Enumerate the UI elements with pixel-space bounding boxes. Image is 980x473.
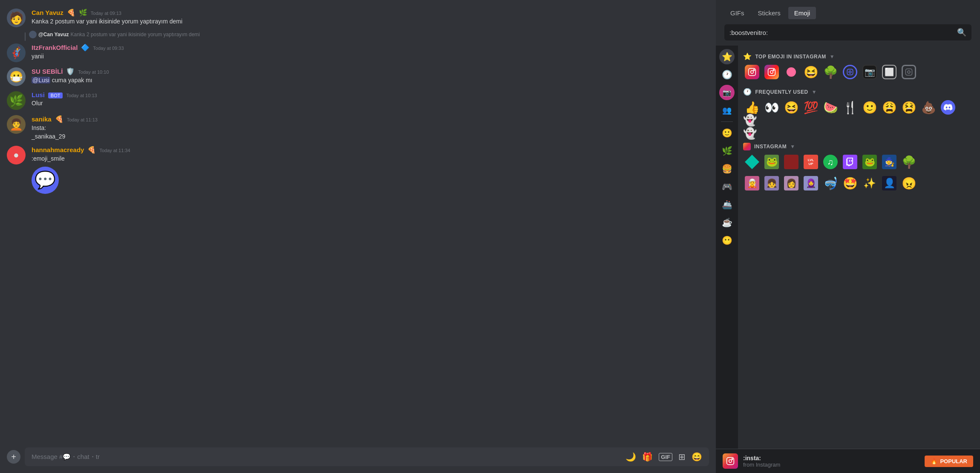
emoji-button[interactable]: 😄 bbox=[692, 452, 702, 462]
discord-emoji-image: 💬 bbox=[32, 167, 59, 194]
emoji-watermelon[interactable]: 🍉 bbox=[821, 98, 839, 116]
gift-icon[interactable]: 🎁 bbox=[642, 452, 653, 462]
emoji-smile[interactable]: 🙂 bbox=[861, 98, 879, 116]
emoji-pepe-frog[interactable]: 🐸 bbox=[861, 153, 879, 171]
emoji-laughing[interactable]: 😆 bbox=[802, 63, 820, 81]
apps-icon[interactable]: ⊞ bbox=[678, 452, 686, 462]
avatar: 🧑 bbox=[7, 9, 26, 27]
emoji-fork[interactable]: 🍴 bbox=[841, 98, 859, 116]
emoji-insta-gradient[interactable] bbox=[743, 63, 761, 81]
sidebar-icon-objects[interactable]: ☕ bbox=[719, 215, 735, 230]
emoji-surprised[interactable]: 🤩 bbox=[841, 174, 859, 192]
sidebar-icon-starred[interactable]: ⭐ bbox=[719, 49, 735, 64]
instagram-blue-ring-icon bbox=[843, 65, 857, 79]
svg-point-9 bbox=[908, 71, 910, 73]
emoji-spotify[interactable]: ♫ bbox=[821, 153, 839, 171]
avatar: 🌿 bbox=[7, 91, 26, 110]
emoji-levelup[interactable]: LVLUP bbox=[802, 153, 820, 171]
anime-girl3-icon: 👩 bbox=[784, 176, 798, 190]
emoji-info-source: from Instagram bbox=[743, 461, 919, 468]
levelup-icon: LVLUP bbox=[804, 155, 818, 169]
sidebar-divider bbox=[721, 121, 733, 122]
tab-gifs[interactable]: GIFs bbox=[724, 7, 750, 19]
emoji-anime1[interactable]: 🧝 bbox=[743, 174, 761, 192]
add-attachment-button[interactable]: + bbox=[7, 450, 20, 464]
avatar: 🧑‍🦱 bbox=[7, 115, 26, 134]
emoji-ghost-custom[interactable]: 👻👻 bbox=[743, 118, 761, 136]
sidebar-icon-food[interactable]: 🍔 bbox=[719, 161, 735, 176]
emoji-ball-eyes[interactable]: 🤿 bbox=[821, 174, 839, 192]
emoji-insta-blue[interactable] bbox=[841, 63, 859, 81]
emoji-anime2[interactable]: 👧 bbox=[763, 174, 781, 192]
chevron-down-icon3: ▼ bbox=[790, 144, 795, 150]
table-row: 😷 SU SEBİLİ 🛡️ Today at 10:10 @Lusi cuma… bbox=[0, 66, 716, 88]
emoji-sparkle[interactable]: ✨ bbox=[861, 174, 879, 192]
anime-girl1-icon: 🧝 bbox=[745, 176, 759, 190]
star-icon: ⭐ bbox=[743, 52, 752, 61]
emoji-insta-pink[interactable] bbox=[763, 63, 781, 81]
svg-point-1 bbox=[751, 71, 754, 74]
section-header-frequently-used[interactable]: 🕐 FREQUENTLY USED ▼ bbox=[743, 84, 975, 98]
sidebar-icon-people[interactable]: 👥 bbox=[719, 103, 735, 118]
tab-emoji[interactable]: Emoji bbox=[788, 7, 816, 19]
sidebar-icon-nature[interactable]: 🌿 bbox=[719, 143, 735, 159]
emoji-camera-black[interactable]: 📷 bbox=[861, 63, 879, 81]
timestamp: Today at 10:13 bbox=[66, 93, 97, 98]
emoji-tree2[interactable]: 🌳 bbox=[900, 153, 918, 171]
tab-stickers[interactable]: Stickers bbox=[752, 7, 787, 19]
chat-area: 🧑 Can Yavuz 🍕 🌿 Today at 09:13 Kanka 2 p… bbox=[0, 0, 716, 473]
emoji-tired[interactable]: 😩 bbox=[880, 98, 898, 116]
red-face-icon bbox=[784, 155, 798, 169]
sidebar-icon-instagram[interactable]: 📷 bbox=[719, 85, 735, 100]
camera-black-icon: 📷 bbox=[862, 65, 877, 79]
emoji-anime3[interactable]: 👩 bbox=[782, 174, 800, 192]
twitch-icon bbox=[843, 155, 857, 169]
username: hannahmacready bbox=[32, 146, 84, 153]
emoji-eyes[interactable]: 👀 bbox=[763, 98, 781, 116]
sidebar-icon-activity[interactable]: 🎮 bbox=[719, 179, 735, 194]
emoji-anime4[interactable]: 🧕 bbox=[802, 174, 820, 192]
moon-icon[interactable]: 🌙 bbox=[625, 452, 636, 462]
emoji-dark-face[interactable]: 👤 bbox=[880, 174, 898, 192]
emoji-wizard[interactable]: 🧙 bbox=[880, 153, 898, 171]
sidebar-icon-travel[interactable]: 🚢 bbox=[719, 197, 735, 212]
emoji-poop[interactable]: 💩 bbox=[919, 98, 937, 116]
section-header-instagram[interactable]: INSTAGRAM ▼ bbox=[743, 139, 975, 153]
emoji-info-icon bbox=[723, 453, 738, 469]
username: Can Yavuz bbox=[32, 9, 63, 16]
emoji-pepe-crown[interactable]: 🐸 bbox=[763, 153, 781, 171]
sidebar-icon-symbols[interactable]: 😶 bbox=[719, 233, 735, 248]
message-content: Can Yavuz 🍕 🌿 Today at 09:13 Kanka 2 pos… bbox=[32, 9, 709, 26]
emoji-twitch[interactable] bbox=[841, 153, 859, 171]
section-title-top-emoji: TOP EMOJI IN INSTAGRAM bbox=[755, 54, 826, 60]
message-header: sanika 🍕 Today at 11:13 bbox=[32, 115, 709, 123]
emoji-exhausted[interactable]: 😫 bbox=[900, 98, 918, 116]
message-text: yanii bbox=[32, 52, 709, 61]
instagram-section-icon bbox=[743, 143, 751, 150]
emoji-laugh[interactable]: 😆 bbox=[782, 98, 800, 116]
section-header-top-emoji[interactable]: ⭐ TOP EMOJI IN INSTAGRAM ▼ bbox=[743, 49, 975, 63]
sidebar-icon-recent[interactable]: 🕐 bbox=[719, 67, 735, 82]
emoji-camera-outline[interactable] bbox=[900, 63, 918, 81]
emoji-100[interactable]: 💯 bbox=[802, 98, 820, 116]
timestamp: Today at 09:33 bbox=[93, 46, 124, 51]
emoji-diamond[interactable] bbox=[743, 153, 761, 171]
emoji-angry[interactable]: 😠 bbox=[900, 174, 918, 192]
message-input-box[interactable]: Message #💬・chat・tr 🌙 🎁 GIF ⊞ 😄 bbox=[25, 447, 709, 466]
sparkle-icon: ✨ bbox=[862, 176, 877, 190]
emoji-search-input[interactable] bbox=[729, 29, 954, 36]
section-title-instagram: INSTAGRAM bbox=[754, 144, 787, 150]
gif-button[interactable]: GIF bbox=[659, 453, 672, 461]
emoji-red-face[interactable] bbox=[782, 153, 800, 171]
sidebar-icon-emoji[interactable]: 🙂 bbox=[719, 125, 735, 141]
panel-body: ⭐ 🕐 📷 👥 🙂 🌿 🍔 🎮 🚢 ☕ 😶 ⭐ TOP EMOJI IN INS… bbox=[716, 46, 980, 449]
pizza-badge: 🍕 bbox=[67, 9, 75, 17]
emoji-pink-dot[interactable] bbox=[782, 63, 800, 81]
input-box-icons: 🌙 🎁 GIF ⊞ 😄 bbox=[625, 452, 702, 462]
pizza-badge2: 🍕 bbox=[55, 115, 63, 123]
messages-container: 🧑 Can Yavuz 🍕 🌿 Today at 09:13 Kanka 2 p… bbox=[0, 0, 716, 444]
emoji-camera-white[interactable]: ⬜ bbox=[880, 63, 898, 81]
emoji-discord-custom[interactable] bbox=[939, 98, 957, 116]
spotify-icon: ♫ bbox=[823, 155, 838, 169]
emoji-tree[interactable]: 🌳 bbox=[821, 63, 839, 81]
